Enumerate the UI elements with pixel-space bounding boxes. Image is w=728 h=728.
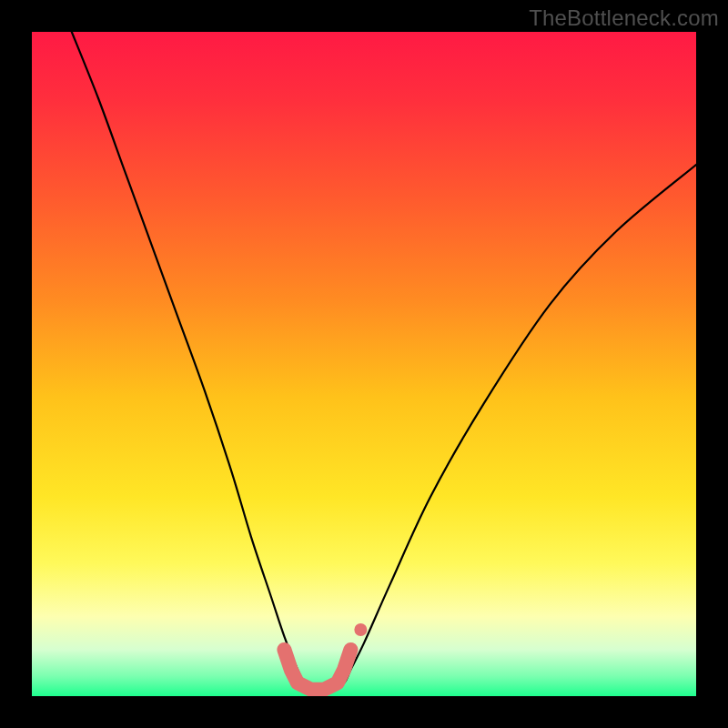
minimum-marker-dot bbox=[354, 623, 367, 636]
chart-frame: TheBottleneck.com bbox=[0, 0, 728, 728]
bottleneck-chart bbox=[32, 32, 696, 696]
plot-area bbox=[32, 32, 696, 696]
gradient-background bbox=[32, 32, 696, 696]
watermark-text: TheBottleneck.com bbox=[529, 5, 719, 31]
